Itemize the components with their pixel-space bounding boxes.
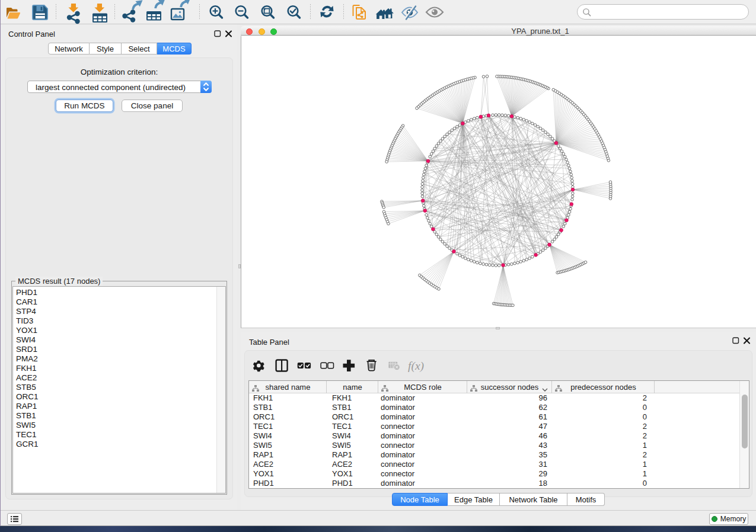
svg-text:f(x): f(x) <box>408 360 424 373</box>
